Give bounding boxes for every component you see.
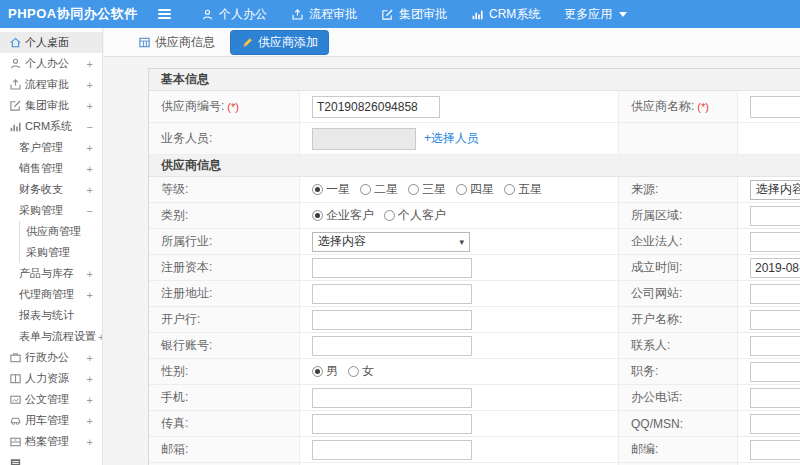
form-row: 性别: 男 女 职务: <box>149 359 800 385</box>
supplier-code-input[interactable] <box>312 96 440 118</box>
select-person-link[interactable]: +选择人员 <box>424 130 479 147</box>
email-input[interactable] <box>312 440 472 460</box>
field-cell <box>300 281 618 306</box>
radio-option[interactable]: 一星 <box>312 181 350 198</box>
job-title-input[interactable] <box>750 362 800 382</box>
sidebar-item-crm[interactable]: CRM系统 − <box>0 116 102 137</box>
nav-item-personal-office[interactable]: 个人办公 <box>189 6 279 23</box>
office-phone-input[interactable] <box>750 388 800 408</box>
radio-option[interactable]: 二星 <box>360 181 398 198</box>
tab-label: 供应商信息 <box>155 34 215 51</box>
field-cell <box>738 385 800 410</box>
field-cell <box>738 307 800 332</box>
sidebar-item-products-inventory[interactable]: 产品与库存 + <box>0 263 102 284</box>
sidebar-item-clipped[interactable] <box>0 452 102 465</box>
radio-icon <box>360 184 371 195</box>
bank-branch-input[interactable] <box>312 310 472 330</box>
nav-item-group-approval[interactable]: 集团审批 <box>369 6 459 23</box>
field-cell <box>738 255 800 280</box>
sidebar-item-group-approval[interactable]: 集团审批 + <box>0 95 102 116</box>
sidebar-item-label: 产品与库存 <box>19 266 74 281</box>
sidebar-item-human-resources[interactable]: 人力资源 + <box>0 368 102 389</box>
fax-input[interactable] <box>312 414 472 434</box>
qq-msn-input[interactable] <box>750 414 800 434</box>
legal-person-input[interactable] <box>750 232 800 252</box>
sidebar-item-label: 代理商管理 <box>19 287 74 302</box>
radio-option[interactable]: 四星 <box>456 181 494 198</box>
sidebar-item-sales-mgmt[interactable]: 销售管理 + <box>0 158 102 179</box>
radio-option[interactable]: 企业客户 <box>312 207 374 224</box>
sidebar-item-label: 采购管理 <box>19 203 63 218</box>
tab-supplier-info[interactable]: 供应商信息 <box>132 31 221 54</box>
field-label: 供应商名称: (*) <box>618 91 738 122</box>
sidebar-item-supplier-mgmt[interactable]: 供应商管理 <box>20 221 102 242</box>
sidebar-item-customer-mgmt[interactable]: 客户管理 + <box>0 137 102 158</box>
business-person-input[interactable] <box>312 128 416 150</box>
radio-icon <box>384 210 395 221</box>
sidebar-item-label: 个人办公 <box>25 56 69 71</box>
mobile-input[interactable] <box>312 388 472 408</box>
registered-capital-input[interactable] <box>312 258 472 278</box>
bank-account-input[interactable] <box>312 336 472 356</box>
radio-option[interactable]: 女 <box>348 363 374 380</box>
edit-square-icon <box>9 99 22 112</box>
tab-supplier-add[interactable]: 供应商添加 <box>231 31 328 54</box>
contact-person-input[interactable] <box>750 336 800 356</box>
sidebar-item-archive-mgmt[interactable]: 档案管理 + <box>0 431 102 452</box>
field-label: 手机: <box>149 385 300 410</box>
sidebar-item-vehicle-mgmt[interactable]: 用车管理 + <box>0 410 102 431</box>
company-website-input[interactable] <box>750 284 800 304</box>
founded-date-input[interactable] <box>750 258 800 278</box>
region-input[interactable] <box>750 206 800 226</box>
source-select[interactable]: 选择内容 <box>750 180 800 200</box>
radio-option[interactable]: 五星 <box>504 181 542 198</box>
section-title-supplier-info: 供应商信息 <box>149 155 800 177</box>
postcode-input[interactable] <box>750 440 800 460</box>
field-label: 注册地址: <box>149 281 300 306</box>
radio-option[interactable]: 男 <box>312 363 338 380</box>
field-label: 业务人员: <box>149 123 300 154</box>
account-name-input[interactable] <box>750 310 800 330</box>
field-label: 邮箱: <box>149 437 300 462</box>
industry-select[interactable]: 选择内容 <box>312 232 470 252</box>
field-label: 供应商编号: (*) <box>149 91 300 122</box>
form-row: 传真: QQ/MSN: <box>149 411 800 437</box>
sidebar-item-label: 表单与流程设置 <box>19 329 96 344</box>
registered-address-input[interactable] <box>312 284 472 304</box>
sidebar-item-purchase-mgmt[interactable]: 采购管理 − <box>0 200 102 221</box>
sidebar-item-personal-desktop[interactable]: 个人桌面 <box>0 32 102 53</box>
sidebar-item-reports-stats[interactable]: 报表与统计 <box>0 305 102 326</box>
sidebar-subtree: 供应商管理 采购管理 <box>19 221 102 263</box>
gender-radio-group: 男 女 <box>312 363 374 380</box>
sidebar-item-flow-approval[interactable]: 流程审批 + <box>0 74 102 95</box>
nav-item-crm[interactable]: CRM系统 <box>459 6 552 23</box>
radio-option[interactable]: 三星 <box>408 181 446 198</box>
bar-chart-icon <box>471 8 484 21</box>
sidebar-item-admin-office[interactable]: 行政办公 + <box>0 347 102 368</box>
form-row: 开户行: 开户名称: <box>149 307 800 333</box>
supplier-name-input[interactable] <box>750 96 800 118</box>
hamburger-menu-icon[interactable] <box>154 5 175 23</box>
sidebar-item-purchasing[interactable]: 采购管理 <box>20 242 102 263</box>
sidebar-item-label: 销售管理 <box>19 161 63 176</box>
sidebar-item-agent-mgmt[interactable]: 代理商管理 + <box>0 284 102 305</box>
header-nav: 个人办公 流程审批 集团审批 CRM系统 更多应用 <box>189 6 639 23</box>
upload-icon <box>9 78 22 91</box>
radio-option[interactable]: 个人客户 <box>384 207 446 224</box>
nav-item-more-apps[interactable]: 更多应用 <box>552 6 639 23</box>
form-row: 手机: 办公电话: <box>149 385 800 411</box>
field-label: 开户行: <box>149 307 300 332</box>
field-cell <box>738 359 800 384</box>
sidebar-item-document-mgmt[interactable]: 公文管理 + <box>0 389 102 410</box>
sidebar-item-form-flow-settings[interactable]: 表单与流程设置 + <box>0 326 102 347</box>
top-header: PHPOA协同办公软件 个人办公 流程审批 集团审批 CRM系统 <box>0 0 800 28</box>
field-label: 类别: <box>149 203 300 228</box>
sidebar-item-finance[interactable]: 财务收支 + <box>0 179 102 200</box>
field-label: 等级: <box>149 177 300 202</box>
field-cell: +选择人员 <box>300 123 618 154</box>
sidebar-item-personal-office[interactable]: 个人办公 + <box>0 53 102 74</box>
field-cell <box>738 203 800 228</box>
tab-label: 供应商添加 <box>258 34 318 51</box>
nav-item-flow-approval[interactable]: 流程审批 <box>279 6 369 23</box>
field-label: 注册资本: <box>149 255 300 280</box>
